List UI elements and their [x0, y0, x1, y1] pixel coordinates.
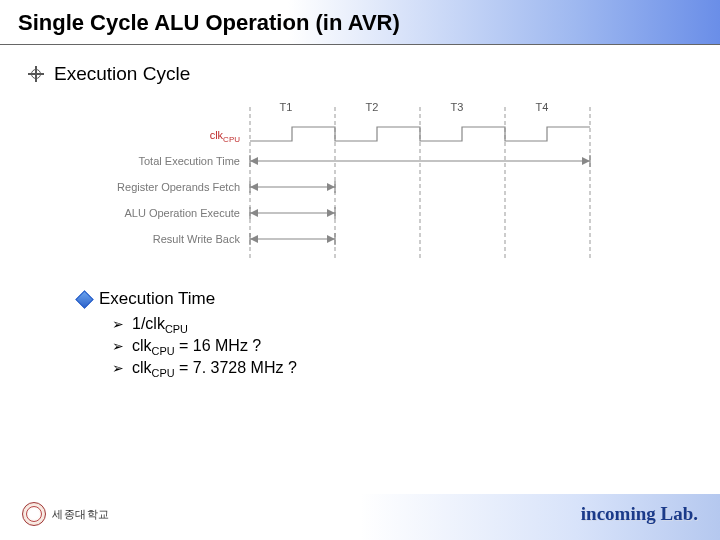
- row-label-writeback: Result Write Back: [153, 233, 241, 245]
- section-row: Execution Cycle: [0, 45, 720, 85]
- svg-marker-12: [327, 235, 335, 243]
- list-item: ➢ clkCPU = 7. 3728 MHz ?: [112, 359, 720, 379]
- tick-t1: T1: [280, 101, 293, 113]
- subsection-row: Execution Time: [0, 269, 720, 309]
- university-name: 세종대학교: [52, 507, 110, 522]
- slide-footer: 세종대학교 incoming Lab.: [0, 494, 720, 540]
- tick-t2: T2: [366, 101, 379, 113]
- tick-t4: T4: [536, 101, 549, 113]
- row-label-execute: ALU Operation Execute: [124, 207, 240, 219]
- bullet-list: ➢ 1/clkCPU ➢ clkCPU = 16 MHz ? ➢ clkCPU …: [0, 309, 720, 380]
- list-item: ➢ clkCPU = 16 MHz ?: [112, 337, 720, 357]
- crosshair-icon: [28, 66, 44, 82]
- seal-icon: [22, 502, 46, 526]
- svg-marker-11: [250, 235, 258, 243]
- university-logo: 세종대학교: [22, 502, 110, 526]
- section-heading: Execution Cycle: [54, 63, 190, 85]
- chevron-icon: ➢: [112, 338, 124, 354]
- chevron-icon: ➢: [112, 360, 124, 376]
- chevron-icon: ➢: [112, 316, 124, 332]
- subsection-heading: Execution Time: [99, 289, 215, 309]
- tick-t3: T3: [451, 101, 464, 113]
- svg-marker-10: [327, 209, 335, 217]
- row-label-total: Total Execution Time: [139, 155, 241, 167]
- diamond-icon: [75, 290, 93, 308]
- row-label-fetch: Register Operands Fetch: [117, 181, 240, 193]
- svg-marker-5: [250, 157, 258, 165]
- lab-name: incoming Lab.: [581, 503, 698, 525]
- timing-diagram: T1 T2 T3 T4 clkCPU Total Execution Time …: [100, 99, 600, 269]
- svg-marker-7: [250, 183, 258, 191]
- list-item: ➢ 1/clkCPU: [112, 315, 720, 335]
- svg-marker-8: [327, 183, 335, 191]
- svg-marker-6: [582, 157, 590, 165]
- row-label-clk: clkCPU: [210, 129, 241, 144]
- slide-title: Single Cycle ALU Operation (in AVR): [0, 0, 720, 45]
- svg-marker-9: [250, 209, 258, 217]
